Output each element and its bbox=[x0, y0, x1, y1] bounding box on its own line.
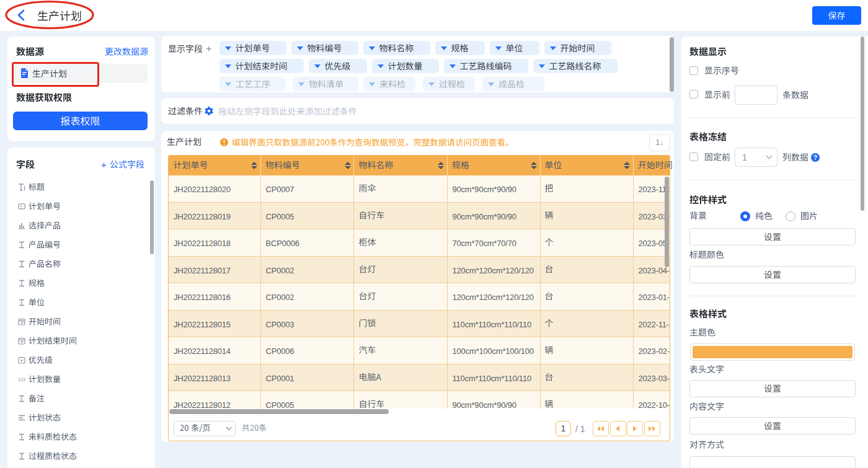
svg-text:?: ? bbox=[813, 154, 817, 161]
svg-text:123: 123 bbox=[18, 377, 25, 382]
